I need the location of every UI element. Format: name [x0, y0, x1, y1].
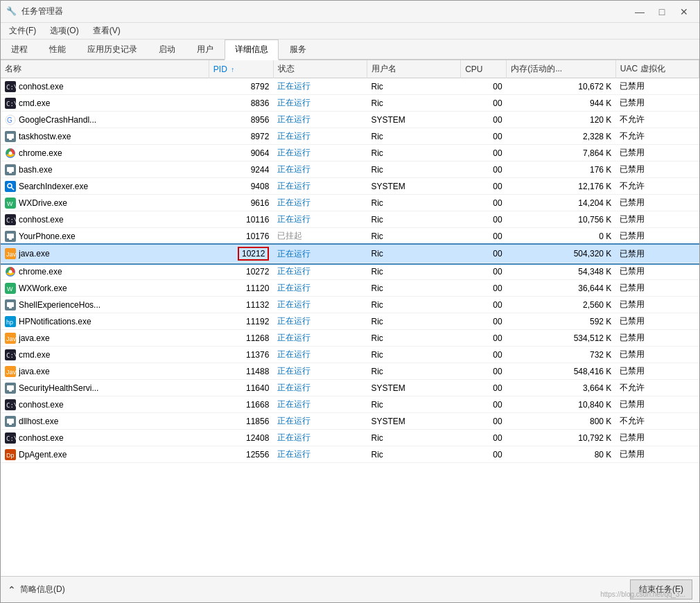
process-uac: 已禁用	[615, 195, 699, 211]
svg-rect-44	[7, 385, 14, 390]
process-icon: C:\	[5, 81, 16, 92]
process-user: Ric	[367, 396, 461, 413]
process-name: conhost.exe	[19, 433, 64, 443]
table-row[interactable]: Javajava.exe11268正在运行Ric00534,512 K已禁用	[1, 330, 699, 347]
process-status: 正在运行	[273, 178, 367, 195]
tab-性能[interactable]: 性能	[39, 40, 76, 59]
tab-启动[interactable]: 启动	[148, 40, 186, 59]
table-row[interactable]: C:\cmd.exe8836正在运行Ric00944 K已禁用	[1, 95, 699, 112]
title-bar-left: 🔧 任务管理器	[6, 6, 63, 17]
table-row[interactable]: Javajava.exe11488正在运行Ric00548,416 K已禁用	[1, 363, 699, 380]
process-cpu: 00	[461, 161, 507, 178]
table-row[interactable]: SecurityHealthServi...11640正在运行SYSTEM003…	[1, 380, 699, 396]
minimize-button[interactable]: —	[630, 5, 649, 19]
process-name: ShellExperienceHos...	[19, 300, 100, 310]
process-status: 正在运行	[273, 313, 367, 330]
process-name-cell: chrome.exe	[1, 263, 209, 280]
table-row[interactable]: chrome.exe9064正在运行Ric007,864 K已禁用	[1, 145, 699, 161]
svg-text:C:\: C:\	[6, 101, 16, 107]
tab-详细信息[interactable]: 详细信息	[225, 40, 279, 60]
process-pid: 11120	[209, 280, 273, 297]
process-name: DpAgent.exe	[19, 450, 67, 460]
table-row[interactable]: WWXDrive.exe9616正在运行Ric0014,204 K已禁用	[1, 195, 699, 211]
process-pid: 11132	[209, 297, 273, 313]
process-pid: 10176	[209, 228, 273, 245]
table-row[interactable]: GGoogleCrashHandl...8956正在运行SYSTEM00120 …	[1, 112, 699, 128]
maximize-button[interactable]: □	[652, 5, 672, 19]
process-icon: C:\	[5, 399, 16, 410]
table-row[interactable]: chrome.exe10272正在运行Ric0054,348 K已禁用	[1, 263, 699, 280]
process-icon	[5, 266, 16, 277]
process-cpu: 00	[461, 280, 507, 297]
svg-text:C:\: C:\	[6, 84, 16, 91]
tab-bar: 进程性能应用历史记录启动用户详细信息服务	[1, 40, 699, 60]
table-row[interactable]: C:\conhost.exe12408正在运行Ric0010,792 K已禁用	[1, 430, 699, 446]
table-row[interactable]: C:\cmd.exe11376正在运行Ric00732 K已禁用	[1, 347, 699, 363]
menu-item[interactable]: 选项(O)	[44, 24, 84, 38]
table-row[interactable]: bash.exe9244正在运行Ric00176 K已禁用	[1, 161, 699, 178]
process-name-cell: C:\conhost.exe	[1, 430, 209, 446]
table-row[interactable]: WWXWork.exe11120正在运行Ric0036,644 K已禁用	[1, 280, 699, 297]
process-memory: 14,204 K	[507, 195, 616, 211]
process-user: Ric	[367, 128, 461, 145]
process-memory: 548,416 K	[507, 363, 616, 380]
process-status: 正在运行	[273, 430, 367, 446]
process-name-cell: bash.exe	[1, 161, 209, 178]
process-pid: 9064	[209, 145, 273, 161]
table-row[interactable]: DpDpAgent.exe12556正在运行Ric0080 K已禁用	[1, 446, 699, 463]
table-row[interactable]: C:\conhost.exe11668正在运行Ric0010,840 K已禁用	[1, 396, 699, 413]
table-wrapper[interactable]: 名称 PID ↑ 状态 用户名 CPU 内存(活动的... UAC 虚拟化 C:…	[1, 60, 699, 576]
svg-text:Dp: Dp	[6, 452, 15, 459]
col-status[interactable]: 状态	[273, 60, 367, 78]
tab-应用历史记录[interactable]: 应用历史记录	[77, 40, 148, 59]
process-memory: 120 K	[507, 112, 616, 128]
process-user: SYSTEM	[367, 178, 461, 195]
process-name: conhost.exe	[19, 215, 64, 225]
process-icon	[5, 164, 16, 175]
process-memory: 2,328 K	[507, 128, 616, 145]
col-uac[interactable]: UAC 虚拟化	[615, 60, 699, 78]
process-name-cell: hpHPNotifications.exe	[1, 313, 209, 330]
col-cpu[interactable]: CPU	[461, 60, 507, 78]
table-row[interactable]: C:\conhost.exe10116正在运行Ric0010,756 K已禁用	[1, 211, 699, 228]
process-icon: Java	[5, 366, 16, 377]
col-user[interactable]: 用户名	[367, 60, 461, 78]
table-row[interactable]: taskhostw.exe8972正在运行Ric002,328 K不允许	[1, 128, 699, 145]
process-icon: Java	[5, 248, 16, 259]
table-row[interactable]: SearchIndexer.exe9408正在运行SYSTEM0012,176 …	[1, 178, 699, 195]
table-row[interactable]: ShellExperienceHos...11132正在运行Ric002,560…	[1, 297, 699, 313]
table-row[interactable]: Javajava.exe10212正在运行Ric00504,320 K已禁用	[1, 245, 699, 263]
process-memory: 2,560 K	[507, 297, 616, 313]
process-memory: 10,672 K	[507, 78, 616, 95]
process-user: Ric	[367, 446, 461, 463]
table-header-row: 名称 PID ↑ 状态 用户名 CPU 内存(活动的... UAC 虚拟化	[1, 60, 699, 78]
table-row[interactable]: dllhost.exe11856正在运行SYSTEM00800 K不允许	[1, 413, 699, 430]
tab-用户[interactable]: 用户	[186, 40, 224, 59]
table-row[interactable]: YourPhone.exe10176已挂起Ric000 K已禁用	[1, 228, 699, 245]
summary-toggle[interactable]: ⌃ 简略信息(D)	[8, 584, 65, 595]
process-uac: 不允许	[615, 128, 699, 145]
menu-item[interactable]: 查看(V)	[87, 24, 126, 38]
process-name: GoogleCrashHandl...	[19, 115, 96, 125]
process-memory: 10,756 K	[507, 211, 616, 228]
col-pid[interactable]: PID ↑	[209, 60, 273, 78]
tab-进程[interactable]: 进程	[1, 40, 38, 59]
menu-item[interactable]: 文件(F)	[3, 24, 42, 38]
process-memory: 10,840 K	[507, 396, 616, 413]
table-row[interactable]: C:\conhost.exe8792正在运行Ric0010,672 K已禁用	[1, 78, 699, 95]
process-user: Ric	[367, 95, 461, 112]
close-button[interactable]: ✕	[674, 5, 694, 19]
table-row[interactable]: hpHPNotifications.exe11192正在运行Ric00592 K…	[1, 313, 699, 330]
col-name[interactable]: 名称	[1, 60, 209, 78]
process-pid: 12408	[209, 430, 273, 446]
col-memory[interactable]: 内存(活动的...	[507, 60, 616, 78]
svg-text:C:\: C:\	[6, 217, 16, 224]
svg-rect-8	[9, 139, 12, 140]
process-pid: 8956	[209, 112, 273, 128]
process-user: Ric	[367, 161, 461, 178]
process-name-cell: C:\cmd.exe	[1, 347, 209, 363]
tab-服务[interactable]: 服务	[279, 40, 317, 59]
process-status: 正在运行	[273, 211, 367, 228]
process-memory: 3,664 K	[507, 380, 616, 396]
process-uac: 已禁用	[615, 211, 699, 228]
